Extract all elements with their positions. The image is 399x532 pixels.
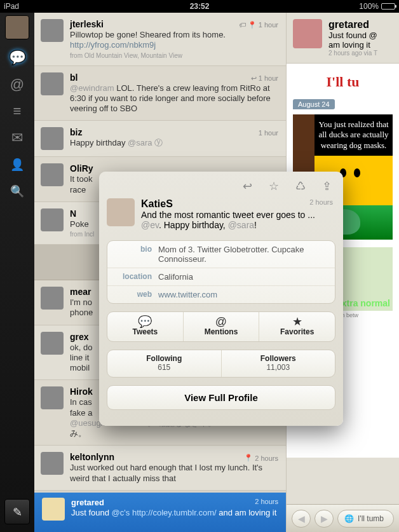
tab-tweets[interactable]: 💬 Tweets: [107, 312, 183, 341]
tweet-author[interactable]: mear: [70, 287, 91, 297]
url-text: I'll tumb: [358, 514, 384, 523]
avatar[interactable]: [41, 452, 64, 475]
mention[interactable]: @ewindram: [70, 83, 116, 93]
tweet-author[interactable]: N: [70, 208, 76, 219]
tweet-author[interactable]: Hirok: [70, 386, 93, 397]
location-row: location California: [107, 268, 335, 285]
tweet-row[interactable]: bl ↩ 1 hour @ewindram LOL. There's a cre…: [34, 66, 286, 121]
avatar[interactable]: [41, 163, 64, 186]
following-cell[interactable]: Following 615: [107, 350, 221, 377]
webview-nav: ◀ ▶ 🌐 I'll tumb: [287, 504, 399, 532]
followers-count: 11,003: [222, 363, 335, 372]
battery-percent: 100%: [359, 2, 379, 11]
dm-icon[interactable]: ✉: [9, 130, 25, 146]
popover-actions: ↩ ☆ ♺ ⇪: [107, 178, 335, 198]
popover-author[interactable]: KatieS: [141, 198, 335, 210]
selected-tweet[interactable]: gretared Just found @c's http://coley.tu…: [34, 493, 286, 532]
tweet-author[interactable]: OliRy: [70, 163, 93, 174]
tweet-author[interactable]: jterleski: [70, 19, 104, 29]
retweet-icon[interactable]: ♺: [295, 179, 306, 193]
profile-tabs: 💬 Tweets @ Mentions ★ Favorites: [107, 311, 335, 342]
tweet-link[interactable]: http://yfrog.com/nbkm9j: [70, 40, 156, 50]
account-avatar[interactable]: [5, 15, 29, 39]
pin-icon: 📍: [248, 21, 257, 29]
tweet-row[interactable]: biz 1 hour Happy birthday @sara ⓨ: [34, 121, 286, 157]
tweet-author[interactable]: bl: [70, 72, 78, 83]
status-clock: 23:52: [134, 2, 264, 11]
avatar[interactable]: [41, 19, 64, 42]
mention[interactable]: @sara: [128, 138, 152, 147]
tweet-author[interactable]: biz: [70, 127, 82, 137]
page-heading: I'll tu: [293, 70, 393, 94]
tab-favorites[interactable]: ★ Favorites: [259, 312, 335, 341]
location-value: California: [158, 272, 328, 282]
tweet-author[interactable]: gretared: [71, 498, 104, 507]
avatar[interactable]: [42, 498, 65, 521]
avatar[interactable]: [41, 386, 64, 409]
popover-tweet-text: And the most romantic tweet ever goes to…: [141, 210, 335, 230]
avatar[interactable]: [107, 198, 135, 226]
timeline-icon[interactable]: 💬: [9, 50, 25, 66]
avatar[interactable]: [41, 72, 64, 95]
tweet-text: @ewindram LOL. There's a crew leaving fr…: [70, 83, 278, 114]
tweet-text: Just found @c's http://coley.tumblr.com/…: [71, 508, 276, 517]
search-icon[interactable]: 🔍: [9, 183, 25, 200]
at-icon: @: [184, 316, 259, 327]
profile-icon[interactable]: 👤: [9, 156, 25, 173]
mention[interactable]: @sara: [228, 220, 254, 230]
profile-info: bio Mom of 3. Twitter Globetrotter. Cupc…: [107, 240, 335, 304]
popover-time: 2 hours: [309, 198, 333, 206]
detail-time: 2 hours ago via T: [328, 50, 377, 57]
tweet-source: from Old Mountain View, Mountain View: [70, 52, 278, 59]
speech-icon: 💬: [107, 316, 183, 327]
avatar[interactable]: [41, 287, 64, 310]
share-icon[interactable]: ⇪: [322, 179, 332, 193]
following-count: 615: [107, 363, 221, 372]
avatar[interactable]: [293, 19, 322, 48]
geo-icon: 🏷: [239, 21, 246, 29]
bio-value: Mom of 3. Twitter Globetrotter. Cupcake …: [158, 245, 328, 264]
compose-button[interactable]: ✎: [4, 499, 30, 524]
avatar[interactable]: [41, 332, 64, 355]
avatar[interactable]: [41, 127, 64, 150]
nav-forward-button[interactable]: ▶: [314, 510, 334, 528]
popover-tweet: KatieS And the most romantic tweet ever …: [107, 198, 335, 230]
globe-icon: 🌐: [344, 514, 354, 523]
detail-author[interactable]: gretared: [328, 19, 377, 31]
profile-popover: ↩ ☆ ♺ ⇪ KatieS And the most romantic twe…: [99, 172, 343, 426]
battery-icon: [381, 3, 395, 10]
bio-label: bio: [114, 245, 158, 264]
tweet-text: Happy birthday @sara ⓨ: [70, 138, 278, 148]
bio-row: bio Mom of 3. Twitter Globetrotter. Cupc…: [107, 241, 335, 268]
web-label: web: [114, 290, 158, 299]
date-badge: August 24: [293, 99, 335, 109]
tweet-time: 1 hour: [259, 129, 278, 137]
view-full-profile-button[interactable]: View Full Profile: [107, 385, 335, 410]
tweet-text: Pillowtop be gone! Sheared from its home…: [70, 30, 278, 51]
status-left: iPad: [4, 2, 134, 11]
reply-icon[interactable]: ↩: [243, 179, 252, 193]
url-bar[interactable]: 🌐 I'll tumb: [337, 510, 394, 528]
follow-stats: Following 615 Followers 11,003: [107, 350, 335, 378]
mention[interactable]: @ev: [141, 220, 159, 230]
tweet-time: ↩ 1 hour: [251, 74, 278, 83]
avatar[interactable]: [41, 208, 64, 231]
web-row[interactable]: web www.twitter.com: [107, 285, 335, 303]
favorite-icon[interactable]: ☆: [269, 179, 279, 193]
followers-cell[interactable]: Followers 11,003: [221, 350, 335, 377]
mention[interactable]: @c's: [112, 508, 132, 517]
mentions-icon[interactable]: @: [9, 76, 25, 93]
tweet-row[interactable]: keltonlynn 📍 2 hours Just worked out har…: [34, 446, 286, 491]
tweet-link[interactable]: http://coley.tumblr.com/: [132, 508, 217, 517]
ios-status-bar: iPad 23:52 100%: [0, 0, 399, 13]
tweet-author[interactable]: keltonlynn: [70, 452, 114, 462]
tweet-row[interactable]: jterleski 🏷 📍 1 hour Pillowtop be gone! …: [34, 13, 286, 66]
status-right: 100%: [265, 2, 395, 11]
detail-header: gretared Just found @am loving it 2 hour…: [287, 13, 399, 64]
tweet-text: Just worked out hard enough that I lost …: [70, 463, 278, 484]
tweet-author[interactable]: grex: [70, 332, 89, 342]
tab-mentions[interactable]: @ Mentions: [183, 312, 259, 341]
lists-icon[interactable]: ≡: [9, 103, 25, 119]
web-value[interactable]: www.twitter.com: [158, 290, 328, 299]
nav-back-button[interactable]: ◀: [292, 510, 311, 528]
